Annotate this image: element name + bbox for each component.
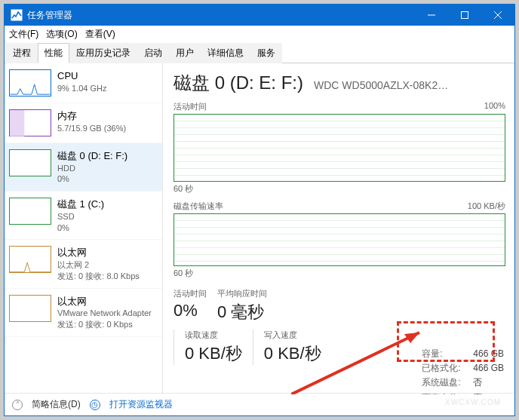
menubar: 文件(F) 选项(O) 查看(V) (5, 26, 514, 42)
tab-app-history[interactable]: 应用历史记录 (69, 43, 137, 63)
sidebar-sub2: 0% (57, 222, 104, 234)
sidebar-sub: VMware Network Adapter (57, 308, 152, 319)
sidebar-label: CPU (57, 69, 106, 83)
svg-rect-2 (462, 12, 468, 19)
sidebar-label: 以太网 (57, 295, 152, 308)
sidebar-sub: 5.7/15.9 GB (36%) (57, 123, 126, 134)
info-key: 容量: (422, 347, 468, 361)
stat-label: 活动时间 (174, 288, 207, 299)
simple-info-link[interactable]: 简略信息(D) (32, 398, 81, 411)
tab-processes[interactable]: 进程 (6, 43, 38, 63)
sidebar-sub: 9% 1.04 GHz (57, 83, 106, 94)
main-panel: 磁盘 0 (D: E: F:) WDC WD5000AZLX-08K2… 活动时… (163, 63, 514, 394)
close-button[interactable] (481, 5, 514, 26)
sidebar-label: 以太网 (57, 246, 140, 259)
minimize-button[interactable] (415, 5, 448, 26)
chart1-xlabel: 60 秒 (174, 183, 505, 195)
activity-chart[interactable] (174, 114, 505, 182)
transfer-chart-block: 磁盘传输速率100 KB/秒 60 秒 (174, 201, 505, 279)
chart1-right: 100% (484, 101, 505, 112)
sidebar-item-memory[interactable]: 内存5.7/15.9 GB (36%) (5, 103, 162, 143)
chart2-left: 磁盘传输速率 (174, 201, 223, 212)
maximize-button[interactable] (448, 5, 481, 26)
tab-services[interactable]: 服务 (250, 43, 282, 63)
stat-value: 0 KB/秒 (185, 342, 242, 365)
info-key: 已格式化: (422, 361, 468, 376)
stat-value: 0% (174, 301, 207, 320)
transfer-chart[interactable] (174, 213, 505, 266)
menu-view[interactable]: 查看(V) (85, 28, 115, 41)
chart2-right: 100 KB/秒 (468, 201, 505, 212)
chart2-xlabel: 60 秒 (174, 268, 505, 279)
net-thumb (9, 295, 51, 322)
task-manager-window: 任务管理器 文件(F) 选项(O) 查看(V) 进程 性能 应用历史记录 启动 … (4, 4, 515, 416)
sidebar-sub2: 发送: 0 接收: 0 Kbps (57, 319, 152, 330)
sidebar-label: 内存 (57, 109, 126, 123)
app-icon (11, 9, 23, 21)
sidebar-item-ethernet1[interactable]: 以太网以太网 2发送: 0 接收: 8.0 Kbps (5, 240, 162, 288)
disk-thumb (9, 149, 51, 176)
disk-thumb (9, 198, 51, 225)
tabstrip: 进程 性能 应用历史记录 启动 用户 详细信息 服务 (5, 42, 514, 63)
net-thumb (9, 246, 51, 273)
cpu-thumb (9, 69, 51, 97)
info-val: 466 GB (473, 361, 504, 376)
sidebar-item-cpu[interactable]: CPU9% 1.04 GHz (5, 63, 162, 103)
resmon-icon: ◷ (90, 400, 100, 410)
maximize-icon (461, 11, 468, 19)
sidebar-sub2: 0% (57, 173, 127, 185)
tab-performance[interactable]: 性能 (38, 43, 69, 63)
stat-label: 平均响应时间 (217, 288, 267, 299)
window-title: 任务管理器 (27, 9, 415, 22)
chart1-left: 活动时间 (174, 101, 207, 112)
chevron-up-icon[interactable]: ˄ (12, 400, 23, 410)
sidebar-label: 磁盘 1 (C:) (57, 198, 104, 211)
sidebar-item-ethernet2[interactable]: 以太网VMware Network Adapter发送: 0 接收: 0 Kbp… (5, 289, 162, 337)
info-val: 466 GB (473, 347, 504, 361)
info-val: 否 (473, 376, 482, 390)
sidebar-sub: HDD (57, 163, 127, 174)
footer: ˄ 简略信息(D) ◷ 打开资源监视器 (5, 393, 514, 415)
memory-thumb (9, 109, 51, 136)
resmon-link[interactable]: 打开资源监视器 (109, 398, 173, 411)
stat-value: 0 毫秒 (217, 301, 267, 323)
content-area: CPU9% 1.04 GHz 内存5.7/15.9 GB (36%) 磁盘 0 … (5, 63, 514, 394)
stat-value: 0 KB/秒 (264, 342, 321, 365)
tab-startup[interactable]: 启动 (137, 43, 169, 63)
svg-rect-5 (10, 110, 24, 136)
minimize-icon (428, 11, 435, 19)
sidebar-item-disk0[interactable]: 磁盘 0 (D: E: F:)HDD0% (5, 143, 162, 192)
sidebar-sub: 以太网 2 (57, 259, 140, 271)
sidebar-sub: SSD (57, 211, 104, 222)
menu-options[interactable]: 选项(O) (46, 28, 77, 41)
perf-sidebar[interactable]: CPU9% 1.04 GHz 内存5.7/15.9 GB (36%) 磁盘 0 … (5, 63, 163, 394)
sidebar-item-disk1[interactable]: 磁盘 1 (C:)SSD0% (5, 192, 162, 240)
info-key: 系统磁盘: (422, 376, 468, 390)
stats-row-1: 活动时间0% 平均响应时间0 毫秒 (174, 288, 505, 323)
tab-details[interactable]: 详细信息 (201, 43, 250, 63)
titlebar[interactable]: 任务管理器 (5, 5, 514, 26)
tab-users[interactable]: 用户 (169, 43, 201, 63)
disk-heading: 磁盘 0 (D: E: F:) (174, 71, 303, 95)
menu-file[interactable]: 文件(F) (9, 28, 38, 41)
activity-chart-block: 活动时间100% 60 秒 (174, 101, 505, 195)
close-icon (494, 11, 502, 19)
stat-label: 写入速度 (264, 330, 321, 341)
sidebar-sub2: 发送: 0 接收: 8.0 Kbps (57, 271, 140, 282)
disk-info-grid: 容量:466 GB 已格式化:466 GB 系统磁盘:否 页面文件:否 类型:H… (422, 347, 504, 394)
disk-model: WDC WD5000AZLX-08K2… (314, 79, 448, 91)
sidebar-label: 磁盘 0 (D: E: F:) (57, 149, 127, 163)
stat-label: 读取速度 (185, 330, 242, 341)
